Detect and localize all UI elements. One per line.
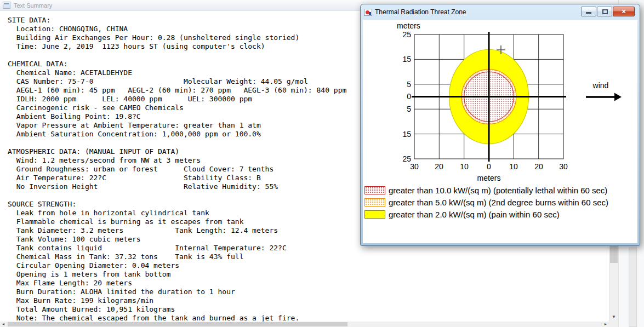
plot-top-axis-label: meters xyxy=(397,21,420,30)
text-summary-window-icon xyxy=(3,2,10,9)
legend-swatch-second-degree xyxy=(364,198,385,206)
minimize-icon xyxy=(586,12,591,14)
x-tick-label: 30 xyxy=(555,162,572,171)
text-summary-title: Text Summary xyxy=(14,2,52,9)
summary-line: Opening is 1 meters from tank bottom xyxy=(8,270,346,279)
wind-arrow-icon xyxy=(586,93,622,101)
summary-line: SOURCE STRENGTH: xyxy=(8,200,346,209)
y-tick-label: 0 xyxy=(398,92,411,101)
threat-zone-window: Thermal Radiation Threat Zone ✕ xyxy=(360,4,640,246)
summary-line: SITE DATA: xyxy=(8,16,346,25)
x-tick-label: 0 xyxy=(480,162,498,171)
close-icon: ✕ xyxy=(613,7,634,16)
wind-label: wind xyxy=(584,81,617,90)
summary-line: Total Amount Burned: 10,951 kilograms xyxy=(8,305,346,314)
summary-line: Building Air Exchanges Per Hour: 0.28 (u… xyxy=(8,33,346,42)
scroll-left-button[interactable]: ◄ xyxy=(0,322,7,327)
summary-line: CAS Number: 75-7-0 Molecular Weight: 44.… xyxy=(8,77,346,86)
summary-line: No Inversion Height Relative Humidity: 5… xyxy=(8,182,346,191)
summary-line: Tank contains liquid Internal Temperatur… xyxy=(8,244,346,253)
summary-line: Ambient Boiling Point: 19.8?C xyxy=(8,112,346,121)
legend-swatch-lethal xyxy=(364,186,385,194)
summary-line: CHEMICAL DATA: xyxy=(8,60,346,68)
scroll-right-button[interactable]: ► xyxy=(602,322,609,327)
legend-row: greater than 10.0 kW/(sq m) (potentially… xyxy=(364,186,637,195)
scrollbar-corner xyxy=(609,322,618,327)
summary-line: Tank Volume: 100 cubic meters xyxy=(8,235,346,244)
summary-line xyxy=(8,191,346,200)
summary-line: AEGL-1 (60 min): 45 ppm AEGL-2 (60 min):… xyxy=(8,86,346,95)
close-button[interactable]: ✕ xyxy=(613,7,635,16)
scroll-down-icon: ▼ xyxy=(612,314,616,319)
scroll-down-button[interactable]: ▼ xyxy=(609,312,618,322)
y-tick-label: 5 xyxy=(398,80,411,89)
scroll-right-icon: ► xyxy=(604,322,608,326)
summary-line: Max Flame Length: 20 meters xyxy=(8,279,346,288)
summary-line xyxy=(8,51,346,60)
horizontal-scroll-thumb[interactable] xyxy=(8,322,347,326)
summary-line: Chemical Name: ACETALDEHYDE xyxy=(8,68,346,77)
y-tick-label: 5 xyxy=(398,105,411,113)
text-summary-content[interactable]: SITE DATA: Location: CHONGQING, CHINA Bu… xyxy=(8,16,346,323)
x-tick-label: 20 xyxy=(530,162,548,171)
x-tick-label: 10 xyxy=(455,162,473,171)
summary-line: Circular Opening Diameter: 0.04 meters xyxy=(8,261,346,270)
summary-line: Flammable chemical is burning as it esca… xyxy=(8,217,346,226)
horizontal-scrollbar[interactable]: ◄ ► xyxy=(0,322,609,327)
threat-window-title: Thermal Radiation Threat Zone xyxy=(375,8,466,16)
summary-line xyxy=(8,139,346,147)
summary-line: Ground Roughness: urban or forest Cloud … xyxy=(8,165,346,174)
legend-label: greater than 10.0 kW/(sq m) (potentially… xyxy=(389,186,607,195)
summary-line: Carcinogenic risk - see CAMEO Chemicals xyxy=(8,104,346,112)
summary-line: Chemical Mass in Tank: 37.32 tons Tank i… xyxy=(8,253,346,261)
x-tick-label: 30 xyxy=(406,162,423,171)
legend-row: greater than 2.0 kW/(sq m) (pain within … xyxy=(364,210,637,219)
summary-line: Air Temperature: 22?C Stability Class: B xyxy=(8,174,346,182)
maximize-button[interactable] xyxy=(597,7,612,16)
summary-line: Tank Diameter: 3.2 meters Tank Length: 1… xyxy=(8,226,346,235)
summary-line: IDLH: 2000 ppm LEL: 40000 ppm UEL: 30000… xyxy=(8,95,346,104)
threat-zone-plot-area: meters 25 15 5 0 5 15 25 30 20 10 0 10 2… xyxy=(363,20,637,243)
summary-line: Ambient Saturation Concentration: 1,000,… xyxy=(8,130,346,139)
summary-line: Wind: 1.2 meters/second from NW at 3 met… xyxy=(8,156,346,165)
summary-line: Time: June 2, 2019 1123 hours ST (using … xyxy=(8,42,346,51)
legend-swatch-pain xyxy=(364,210,385,219)
summary-line: Max Burn Rate: 199 kilograms/min xyxy=(8,296,346,305)
maximize-icon xyxy=(602,9,608,14)
legend-row: greater than 5.0 kW/(sq m) (2nd degree b… xyxy=(364,198,637,207)
summary-line: ATMOSPHERIC DATA: (MANUAL INPUT OF DATA) xyxy=(8,147,346,156)
plot-bottom-axis-label: meters xyxy=(467,174,511,182)
background-scrollbar xyxy=(629,248,637,327)
y-tick-label: 15 xyxy=(398,130,411,139)
y-tick-label: 15 xyxy=(398,55,411,64)
summary-line: Location: CHONGQING, CHINA xyxy=(8,25,346,33)
legend-label: greater than 5.0 kW/(sq m) (2nd degree b… xyxy=(389,198,608,207)
summary-line: Burn Duration: ALOHA limited the duratio… xyxy=(8,288,346,296)
summary-line: Vapor Pressure at Ambient Temperature: g… xyxy=(8,121,346,130)
x-tick-label: 10 xyxy=(505,162,522,171)
x-tick-label: 20 xyxy=(430,162,448,171)
threat-zone-titlebar[interactable]: Thermal Radiation Threat Zone ✕ xyxy=(361,4,640,20)
scroll-left-icon: ◄ xyxy=(2,322,5,326)
threat-window-icon xyxy=(364,9,372,16)
minimize-button[interactable] xyxy=(581,7,596,16)
summary-line: Leak from hole in horizontal cylindrical… xyxy=(8,209,346,217)
y-tick-label: 25 xyxy=(398,30,411,39)
legend-label: greater than 2.0 kW/(sq m) (pain within … xyxy=(389,210,560,219)
